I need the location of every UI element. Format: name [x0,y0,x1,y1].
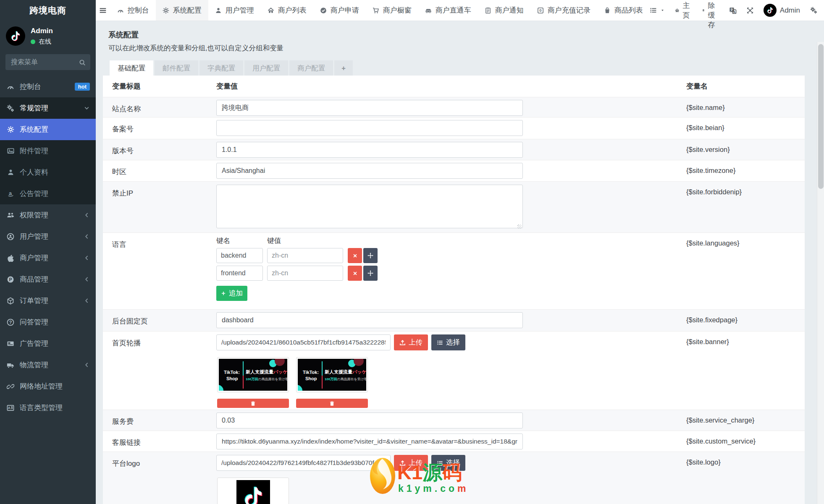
banner-thumbnail[interactable]: TikTok: Shop 新人支援流量パッケ 100万回の商品露出を受け取 [296,357,368,392]
delete-banner-button[interactable] [296,399,368,408]
avatar[interactable] [6,26,25,46]
sidebar-item-network-address[interactable]: 网络地址管理 [0,376,96,397]
banner-choose-button[interactable]: 选择 [431,334,465,350]
gear-icon [6,126,15,133]
banner-path-input[interactable] [216,334,391,350]
search-icon[interactable] [79,58,86,66]
sidebar-group-product[interactable]: 商品管理 [0,269,96,290]
append-pair-button[interactable]: 追加 [216,286,247,301]
sidebar-group-order[interactable]: 订单管理 [0,290,96,311]
logo-upload-button[interactable]: 上传 [394,455,428,471]
version-input[interactable] [216,142,523,158]
sidebar-item-label: 语言类型管理 [20,403,63,413]
translate-icon [729,7,737,14]
topnav-right: 主页 清除缓存 Admin [650,0,824,21]
chevron-left-icon [84,212,90,218]
sidebar-item-qa[interactable]: 问答管理 [0,311,96,333]
sidebar-item-language-type[interactable]: 语言类型管理 [0,397,96,418]
sidebar-group-merchant[interactable]: 商户管理 [0,247,96,269]
sidebar-group-general-header[interactable]: 常规管理 [0,97,96,119]
search-input[interactable] [5,54,90,70]
row-var-name: {$site.banner} [686,332,805,346]
account-menu[interactable]: Admin [764,4,800,17]
menu-list-button[interactable] [650,7,665,14]
forbidden-ip-textarea[interactable] [216,185,523,228]
remove-pair-button[interactable] [348,248,362,263]
beian-input[interactable] [216,120,523,136]
site-name-input[interactable] [216,100,523,116]
row-var-name: {$site.languages} [686,233,805,247]
tiktok-logo-preview [236,480,270,504]
sidebar-item-system-config[interactable]: 系统配置 [0,119,96,140]
tab-mail-config[interactable]: 邮件配置 [155,60,198,76]
user-icon [6,169,15,176]
row-label: 语言 [103,233,216,249]
tab-merchant-config[interactable]: 商户配置 [289,60,333,76]
delete-banner-button[interactable] [217,399,289,408]
tab-dictionary-config[interactable]: 字典配置 [199,60,243,76]
service-charge-input[interactable] [216,413,523,428]
lang-key-input[interactable] [216,266,263,281]
col-header-value: 变量值 [216,81,686,91]
row-timezone: 时区 {$site.timezone} [103,160,805,182]
sidebar-group-user[interactable]: 用户管理 [0,226,96,247]
banner-upload-button[interactable]: 上传 [394,334,428,350]
sidebar-item-label: 商品管理 [20,274,48,284]
logo-choose-button[interactable]: 选择 [431,455,465,471]
scrollbar-thumb[interactable] [818,44,824,189]
sidebar-item-attachment[interactable]: 附件管理 [0,140,96,162]
vertical-scrollbar[interactable] [817,42,824,504]
drag-pair-button[interactable] [363,248,378,263]
nav-item-merchant-recharge[interactable]: 商户充值记录 [530,0,597,21]
users-icon [6,212,15,219]
logo-path-input[interactable] [216,455,391,471]
nav-item-user-mgmt[interactable]: 用户管理 [208,0,261,21]
car-icon [425,7,432,14]
sidebar-group-logistics[interactable]: 物流管理 [0,354,96,376]
sidebar-item-profile[interactable]: 个人资料 [0,162,96,183]
drag-pair-button[interactable] [363,266,378,281]
sidebar-toggle-button[interactable] [96,0,110,21]
row-label: 版本号 [103,139,216,156]
cube-icon [6,297,15,305]
fixed-page-input[interactable] [216,312,523,328]
lang-key-input[interactable] [216,248,263,263]
lang-value-input[interactable] [267,266,343,281]
remove-pair-button[interactable] [348,266,362,281]
tab-user-config[interactable]: 用户配置 [244,60,288,76]
upload-label: 上传 [409,458,422,467]
sidebar-item-announcement[interactable]: 公告管理 [0,183,96,204]
sidebar-group-permission[interactable]: 权限管理 [0,204,96,226]
settings-button[interactable] [810,7,817,14]
choose-label: 选择 [446,338,460,347]
clear-cache-button[interactable]: 清除缓存 [702,0,719,30]
nav-item-system-config[interactable]: 系统配置 [156,0,208,21]
custom-service-input[interactable] [216,433,523,449]
row-service-charge: 服务费 {$site.service_charge} [103,410,805,431]
nav-item-merchant-list[interactable]: 商户列表 [261,0,313,21]
brand-title: 跨境电商 [0,0,96,21]
sidebar-item-label: 订单管理 [20,296,48,306]
tab-add-button[interactable]: + [334,60,353,76]
sidebar-item-dashboard[interactable]: 控制台 hot [0,76,96,97]
logo-thumbnail[interactable] [217,478,289,504]
nav-item-merchant-showcase[interactable]: 商户橱窗 [366,0,418,21]
svg-text:新人支援流量パッケ: 新人支援流量パッケ [324,369,366,375]
tab-basic-config[interactable]: 基础配置 [110,60,153,76]
fullscreen-button[interactable] [747,7,753,14]
lang-value-input[interactable] [267,248,343,263]
nav-item-merchant-express[interactable]: 商户直通车 [418,0,478,21]
timezone-input[interactable] [216,163,523,179]
ad-card-icon [6,340,15,347]
row-label: 首页轮播 [103,332,216,348]
svg-text:100万回の商品露出を受け取: 100万回の商品露出を受け取 [325,377,366,381]
sidebar-item-ad[interactable]: 广告管理 [0,333,96,354]
nav-item-merchant-notice[interactable]: 商户通知 [478,0,530,21]
translate-button[interactable] [729,7,737,14]
nav-item-console[interactable]: 控制台 [110,0,156,21]
account-name: Admin [780,6,800,15]
nav-item-product-list[interactable]: 商品列表 [597,0,650,21]
banner-thumbnail[interactable]: TikTok: Shop 新人支援流量パッケ 100万回の商品露出を受け取 [217,357,289,392]
nav-item-merchant-apply[interactable]: 商户申请 [313,0,366,21]
home-link[interactable]: 主页 [675,1,692,20]
